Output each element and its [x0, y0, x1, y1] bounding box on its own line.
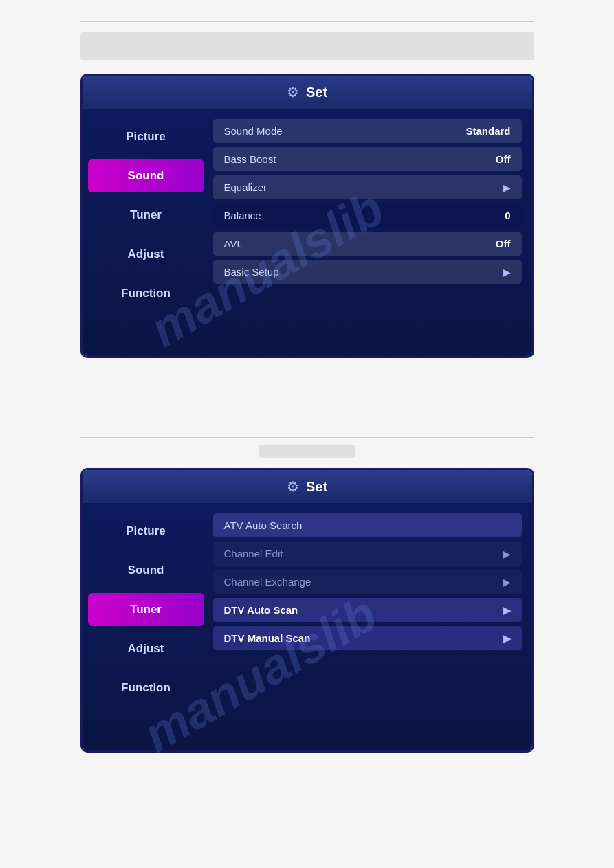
- avl-row[interactable]: AVL Off: [213, 232, 522, 256]
- sidebar-item-sound-1[interactable]: Sound: [88, 159, 204, 192]
- sound-menu: ⚙ Set Picture Sound Tuner Adjust Functio…: [80, 74, 534, 358]
- basic-setup-chevron-icon: ▶: [503, 267, 511, 278]
- menu1-header: ⚙ Set: [83, 76, 532, 109]
- menu-spacer: [0, 358, 614, 468]
- dtv-auto-scan-label: DTV Auto Scan: [224, 604, 298, 616]
- sidebar-item-function-1[interactable]: Function: [88, 277, 204, 310]
- equalizer-label: Equalizer: [224, 181, 267, 193]
- sidebar-item-adjust-1[interactable]: Adjust: [88, 238, 204, 271]
- gear-icon-1: ⚙: [287, 84, 299, 100]
- sidebar-item-function-2[interactable]: Function: [88, 671, 204, 704]
- channel-edit-label: Channel Edit: [224, 548, 283, 559]
- menu1-sidebar: Picture Sound Tuner Adjust Function: [83, 109, 210, 356]
- dtv-auto-scan-chevron-icon: ▶: [503, 605, 511, 616]
- sidebar-item-tuner-1[interactable]: Tuner: [88, 199, 204, 232]
- atv-auto-search-label: ATV Auto Search: [224, 520, 303, 531]
- menu1-content: Sound Mode Standard Bass Boost Off Equal…: [210, 109, 532, 356]
- menu1-body: Picture Sound Tuner Adjust Function Soun…: [83, 109, 532, 356]
- avl-value: Off: [496, 238, 511, 249]
- menu2-sidebar: Picture Sound Tuner Adjust Function: [83, 503, 210, 750]
- menu2-header: ⚙ Set: [83, 470, 532, 503]
- channel-edit-chevron-icon: ▶: [503, 548, 511, 559]
- equalizer-row[interactable]: Equalizer ▶: [213, 175, 522, 199]
- balance-row[interactable]: Balance 0: [213, 203, 522, 227]
- balance-label: Balance: [224, 210, 261, 221]
- dtv-manual-scan-label: DTV Manual Scan: [224, 632, 311, 644]
- channel-exchange-chevron-icon: ▶: [503, 577, 511, 588]
- sidebar-item-sound-2[interactable]: Sound: [88, 554, 204, 587]
- dtv-manual-scan-chevron-icon: ▶: [503, 633, 511, 644]
- menu1-title: Set: [306, 85, 327, 100]
- small-text-bar: [259, 445, 355, 458]
- channel-edit-row[interactable]: Channel Edit ▶: [213, 542, 522, 566]
- top-separator: [80, 21, 534, 22]
- equalizer-chevron-icon: ▶: [503, 182, 511, 193]
- sidebar-item-picture-1[interactable]: Picture: [88, 120, 204, 153]
- balance-value: 0: [505, 210, 510, 221]
- bass-boost-label: Bass Boost: [224, 153, 276, 165]
- avl-label: AVL: [224, 238, 243, 249]
- menu2-content: ATV Auto Search Channel Edit ▶ Channel E…: [210, 503, 532, 750]
- bottom-separator: [80, 437, 534, 438]
- sidebar-item-tuner-2[interactable]: Tuner: [88, 593, 204, 626]
- sidebar-item-adjust-2[interactable]: Adjust: [88, 632, 204, 665]
- menu2-body: Picture Sound Tuner Adjust Function ATV …: [83, 503, 532, 750]
- top-bar: [80, 32, 534, 60]
- gear-icon-2: ⚙: [287, 478, 299, 495]
- channel-exchange-row[interactable]: Channel Exchange ▶: [213, 570, 522, 594]
- dtv-auto-scan-row[interactable]: DTV Auto Scan ▶: [213, 598, 522, 622]
- sound-mode-row[interactable]: Sound Mode Standard: [213, 119, 522, 143]
- dtv-manual-scan-row[interactable]: DTV Manual Scan ▶: [213, 626, 522, 650]
- tuner-menu: ⚙ Set Picture Sound Tuner Adjust Functio…: [80, 468, 534, 753]
- basic-setup-label: Basic Setup: [224, 266, 279, 278]
- channel-exchange-label: Channel Exchange: [224, 576, 311, 588]
- sound-mode-label: Sound Mode: [224, 125, 283, 137]
- page-wrapper: manualslib manualslib ⚙ Set Picture Soun…: [0, 0, 614, 868]
- sound-mode-value: Standard: [465, 125, 510, 137]
- basic-setup-row[interactable]: Basic Setup ▶: [213, 260, 522, 284]
- atv-auto-search-row[interactable]: ATV Auto Search: [213, 513, 522, 537]
- menu2-title: Set: [306, 479, 327, 495]
- bass-boost-row[interactable]: Bass Boost Off: [213, 147, 522, 171]
- bass-boost-value: Off: [496, 153, 511, 165]
- sidebar-item-picture-2[interactable]: Picture: [88, 515, 204, 548]
